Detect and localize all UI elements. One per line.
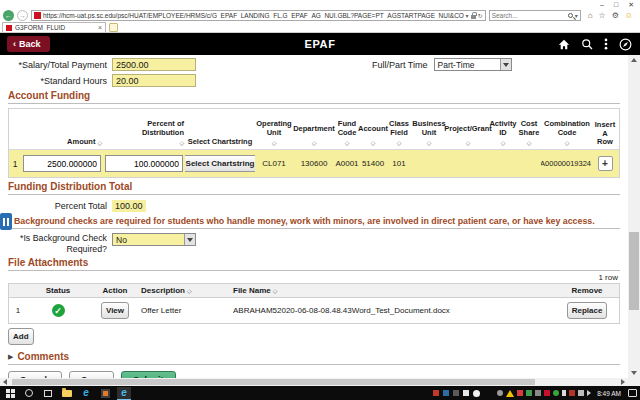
replace-button[interactable]: Replace bbox=[567, 302, 608, 319]
column-header-combination-code[interactable]: Combination Code◇ bbox=[541, 117, 593, 149]
salary-input[interactable]: 2500.00 bbox=[112, 58, 196, 71]
section-pause-icon[interactable] bbox=[0, 213, 12, 230]
column-header-amount[interactable]: Amount◇ bbox=[21, 117, 103, 149]
window-maximize-icon[interactable]: □ bbox=[614, 0, 618, 9]
edge-icon[interactable]: e bbox=[79, 387, 93, 400]
address-bar[interactable]: https://hcm-uat.ps.sc.edu/psc/HUAT/EMPLO… bbox=[31, 10, 486, 21]
site-favicon bbox=[34, 12, 41, 19]
column-header-business-unit[interactable]: Business Unit◇ bbox=[411, 117, 447, 149]
favorites-star-icon[interactable]: ☆ bbox=[598, 12, 605, 20]
search-box[interactable]: Search... ▾ bbox=[489, 10, 581, 21]
tray-shield-icon[interactable] bbox=[569, 390, 575, 396]
amount-input[interactable] bbox=[23, 155, 101, 172]
tray-app-icon[interactable] bbox=[553, 390, 559, 396]
column-header-fund-code[interactable]: Fund Code◇ bbox=[335, 117, 359, 149]
vertical-scroll-track[interactable] bbox=[628, 65, 640, 368]
column-header-description[interactable]: Description◇ bbox=[141, 286, 233, 295]
home-icon[interactable]: ⌂ bbox=[588, 12, 593, 20]
taskbar-app-icon[interactable] bbox=[433, 390, 439, 396]
task-view-icon[interactable] bbox=[41, 387, 55, 400]
funding-distribution-total-header: Funding Distribution Total bbox=[8, 181, 620, 195]
tray-app-icon[interactable] bbox=[517, 390, 523, 396]
column-header-class-field[interactable]: Class Field◇ bbox=[387, 117, 411, 149]
horizontal-scroll-thumb[interactable] bbox=[12, 379, 535, 385]
banner-actions-menu-icon[interactable] bbox=[604, 38, 608, 50]
taskbar-app-icon[interactable] bbox=[453, 390, 459, 396]
view-button[interactable]: View bbox=[101, 302, 129, 319]
tray-user-icon[interactable] bbox=[497, 390, 503, 396]
tray-app-icon[interactable] bbox=[526, 390, 532, 396]
window-close-icon[interactable]: ✕ bbox=[628, 0, 634, 9]
comments-section[interactable]: ▶ Comments bbox=[8, 351, 620, 365]
add-attachment-button[interactable]: Add bbox=[8, 328, 34, 345]
file-explorer-icon[interactable] bbox=[60, 387, 74, 400]
navbar-compass-icon[interactable] bbox=[619, 38, 632, 51]
column-header-project-grant[interactable]: Project/Grant◇ bbox=[447, 117, 489, 149]
banner-home-icon[interactable] bbox=[558, 39, 570, 50]
column-header-cost-share[interactable]: Cost Share◇ bbox=[517, 117, 541, 149]
epaf-back-button[interactable]: ‹ Back bbox=[7, 36, 50, 52]
full-part-time-select[interactable]: Part-Time bbox=[434, 58, 512, 71]
fund-code-value: A0001 bbox=[335, 159, 359, 168]
scroll-down-icon[interactable] bbox=[631, 368, 637, 378]
save-button[interactable]: Save bbox=[69, 371, 114, 378]
tray-warning-icon[interactable] bbox=[506, 390, 514, 397]
submit-button[interactable]: Submit bbox=[121, 371, 176, 378]
url-text[interactable]: https://hcm-uat.ps.sc.edu/psc/HUAT/EMPLO… bbox=[43, 12, 464, 19]
column-header-file-name[interactable]: File Name◇ bbox=[233, 286, 555, 295]
vertical-scroll-thumb[interactable] bbox=[629, 232, 639, 311]
forward-icon[interactable]: → bbox=[17, 10, 28, 21]
background-check-select[interactable]: No bbox=[112, 233, 196, 246]
comments-label: Comments bbox=[17, 351, 69, 362]
taskbar-clock[interactable]: 8:49 AM bbox=[597, 390, 621, 397]
scroll-up-icon[interactable] bbox=[631, 55, 637, 65]
action-center-icon[interactable] bbox=[628, 389, 637, 397]
tray-monitor-icon[interactable] bbox=[535, 390, 541, 396]
scroll-left-icon[interactable] bbox=[0, 379, 10, 385]
window-minimize-icon[interactable]: – bbox=[600, 0, 604, 9]
autocomplete-caret-icon[interactable]: ▾ bbox=[466, 12, 469, 19]
select-chartstring-button[interactable]: Select Chartstring bbox=[185, 155, 255, 172]
taskbar-app-icon[interactable] bbox=[473, 390, 480, 397]
attachment-file-name: ABRAHAM52020-06-08-08.48.43Word_Test_Doc… bbox=[233, 306, 555, 315]
column-header-percent[interactable]: Percent of Distribution◇ bbox=[103, 117, 185, 149]
column-header-account[interactable]: Account◇ bbox=[359, 117, 387, 149]
percent-distribution-input[interactable] bbox=[105, 155, 183, 172]
horizontal-scrollbar[interactable] bbox=[0, 378, 628, 386]
security-lock-icon[interactable] bbox=[471, 15, 476, 19]
vertical-scrollbar[interactable] bbox=[628, 55, 640, 378]
back-icon[interactable]: ← bbox=[3, 10, 14, 21]
attachment-description: Offer Letter bbox=[141, 306, 233, 315]
column-header-action: Action bbox=[89, 286, 141, 295]
taskbar-app-icon[interactable] bbox=[98, 387, 112, 400]
sort-icon: ◇ bbox=[371, 140, 376, 147]
feedback-smiley-icon[interactable]: ☺ bbox=[625, 12, 633, 20]
insert-row-button[interactable]: + bbox=[598, 156, 613, 171]
attachments-grid: Status Action Description◇ File Name◇ Re… bbox=[8, 283, 620, 324]
column-header-operating-unit[interactable]: Operating Unit◇ bbox=[255, 117, 293, 149]
scroll-right-icon[interactable] bbox=[618, 379, 628, 385]
epaf-banner: ‹ Back EPAF bbox=[0, 33, 640, 55]
search-button[interactable]: Search bbox=[8, 371, 62, 378]
internet-explorer-icon[interactable]: e bbox=[117, 387, 131, 400]
sort-icon: ◇ bbox=[273, 287, 278, 294]
new-tab-button[interactable] bbox=[109, 23, 118, 32]
taskbar-app-icon[interactable] bbox=[443, 390, 449, 396]
taskbar-app-icon[interactable] bbox=[463, 390, 469, 396]
column-header-department[interactable]: Department◇ bbox=[293, 117, 335, 149]
browser-tab[interactable]: G3FORM_FLUID × bbox=[2, 22, 106, 32]
tab-close-icon[interactable]: × bbox=[98, 24, 102, 31]
settings-gear-icon[interactable]: ⚙ bbox=[612, 12, 619, 20]
start-button-icon[interactable] bbox=[3, 387, 17, 400]
tray-volume-icon[interactable] bbox=[587, 390, 591, 396]
horizontal-scroll-track[interactable] bbox=[10, 378, 618, 386]
tray-phone-icon[interactable] bbox=[562, 390, 566, 396]
banner-search-icon[interactable] bbox=[581, 38, 593, 50]
refresh-icon[interactable]: ↻ bbox=[478, 12, 483, 19]
cortana-icon[interactable] bbox=[22, 387, 36, 400]
tray-network-icon[interactable] bbox=[578, 390, 584, 396]
tray-app-icon[interactable] bbox=[544, 390, 550, 396]
search-icon[interactable] bbox=[568, 13, 573, 18]
column-header-activity-id[interactable]: Activity ID◇ bbox=[489, 117, 517, 149]
standard-hours-input[interactable]: 20.00 bbox=[112, 74, 196, 87]
